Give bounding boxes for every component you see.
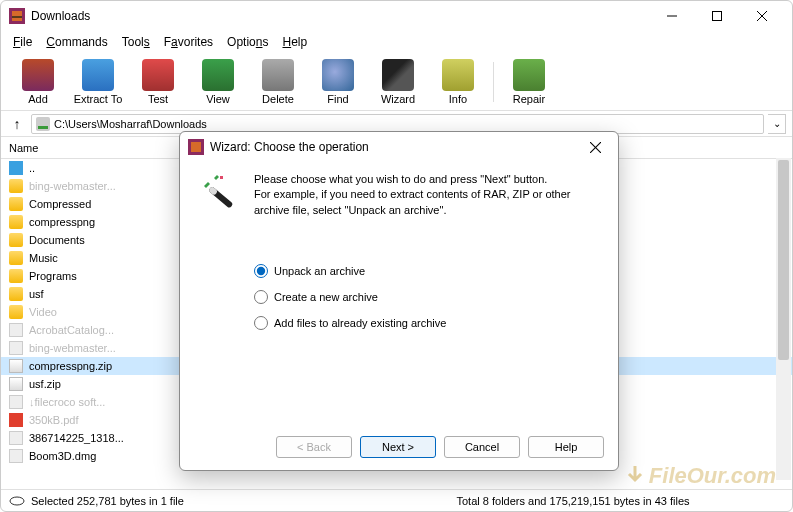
dialog-icon	[188, 139, 204, 155]
menu-commands[interactable]: Commands	[40, 33, 113, 51]
toolbar: Add Extract To Test View Delete Find Wiz…	[1, 53, 792, 111]
svg-rect-2	[12, 16, 22, 18]
generic-icon	[9, 323, 23, 337]
info-button[interactable]: Info	[429, 59, 487, 105]
test-button[interactable]: Test	[129, 59, 187, 105]
pdf-icon	[9, 413, 23, 427]
generic-icon	[9, 395, 23, 409]
help-button[interactable]: Help	[528, 436, 604, 458]
file-name: Boom3D.dmg	[29, 450, 179, 462]
minimize-button[interactable]	[649, 2, 694, 30]
generic-icon	[9, 431, 23, 445]
wizard-button[interactable]: Wizard	[369, 59, 427, 105]
watermark: FileOur.com	[623, 463, 776, 489]
svg-point-9	[10, 497, 24, 505]
menu-options[interactable]: Options	[221, 33, 274, 51]
file-name: AcrobatCatalog...	[29, 324, 179, 336]
svg-rect-11	[191, 142, 201, 152]
file-name: Video	[29, 306, 179, 318]
file-name: Music	[29, 252, 179, 264]
back-button[interactable]: < Back	[276, 436, 352, 458]
file-name: usf.zip	[29, 378, 179, 390]
radio-create[interactable]: Create a new archive	[254, 284, 618, 310]
app-icon	[9, 8, 25, 24]
dialog-close-button[interactable]	[580, 132, 610, 162]
file-name: 386714225_1318...	[29, 432, 179, 444]
radio-group: Unpack an archive Create a new archive A…	[254, 258, 618, 336]
folder-icon	[9, 215, 23, 229]
file-name: compresspng	[29, 216, 179, 228]
up-icon	[9, 161, 23, 175]
up-button[interactable]: ↑	[7, 116, 27, 132]
wizard-dialog: Wizard: Choose the operation Please choo…	[179, 131, 619, 471]
title-bar: Downloads	[1, 1, 792, 31]
toolbar-separator	[493, 62, 494, 102]
scrollbar-thumb[interactable]	[778, 160, 789, 360]
menu-tools[interactable]: Tools	[116, 33, 156, 51]
file-name: compresspng.zip	[29, 360, 179, 372]
menu-bar: File Commands Tools Favorites Options He…	[1, 31, 792, 53]
file-name: usf	[29, 288, 179, 300]
file-name: ..	[29, 162, 179, 174]
cancel-button[interactable]: Cancel	[444, 436, 520, 458]
svg-rect-8	[38, 126, 48, 129]
dialog-title-bar[interactable]: Wizard: Choose the operation	[180, 132, 618, 162]
dialog-title: Wizard: Choose the operation	[210, 140, 580, 154]
file-name: bing-webmaster...	[29, 342, 179, 354]
column-name[interactable]: Name	[9, 142, 179, 154]
disk-icon	[36, 117, 50, 131]
status-icon	[9, 496, 25, 506]
add-button[interactable]: Add	[9, 59, 67, 105]
folder-icon	[9, 251, 23, 265]
close-button[interactable]	[739, 2, 784, 30]
folder-icon	[9, 269, 23, 283]
generic-icon	[9, 341, 23, 355]
file-name: bing-webmaster...	[29, 180, 179, 192]
scrollbar[interactable]	[776, 158, 791, 480]
folder-icon	[9, 233, 23, 247]
zip-icon	[9, 359, 23, 373]
menu-file[interactable]: File	[7, 33, 38, 51]
file-name: 350kB.pdf	[29, 414, 179, 426]
folder-icon	[9, 179, 23, 193]
next-button[interactable]: Next >	[360, 436, 436, 458]
dialog-text: Please choose what you wish to do and pr…	[254, 172, 600, 220]
folder-icon	[9, 197, 23, 211]
file-name: ↓filecroco soft...	[29, 396, 179, 408]
menu-help[interactable]: Help	[276, 33, 313, 51]
maximize-button[interactable]	[694, 2, 739, 30]
menu-favorites[interactable]: Favorites	[158, 33, 219, 51]
generic-icon	[9, 449, 23, 463]
find-button[interactable]: Find	[309, 59, 367, 105]
window-title: Downloads	[31, 9, 649, 23]
path-dropdown[interactable]: ⌄	[768, 114, 786, 134]
status-right: Total 8 folders and 175,219,151 bytes in…	[337, 495, 785, 507]
radio-unpack[interactable]: Unpack an archive	[254, 258, 618, 284]
extract-to-button[interactable]: Extract To	[69, 59, 127, 105]
path-text: C:\Users\Mosharraf\Downloads	[54, 118, 207, 130]
folder-icon	[9, 287, 23, 301]
radio-add[interactable]: Add files to already existing archive	[254, 310, 618, 336]
zip-icon	[9, 377, 23, 391]
repair-button[interactable]: Repair	[500, 59, 558, 105]
delete-button[interactable]: Delete	[249, 59, 307, 105]
status-left: Selected 252,781 bytes in 1 file	[31, 495, 184, 507]
file-name: Compressed	[29, 198, 179, 210]
wizard-wand-icon	[198, 172, 246, 220]
status-bar: Selected 252,781 bytes in 1 file Total 8…	[1, 489, 792, 511]
file-name: Documents	[29, 234, 179, 246]
svg-rect-4	[712, 12, 721, 21]
folder-icon	[9, 305, 23, 319]
view-button[interactable]: View	[189, 59, 247, 105]
file-name: Programs	[29, 270, 179, 282]
